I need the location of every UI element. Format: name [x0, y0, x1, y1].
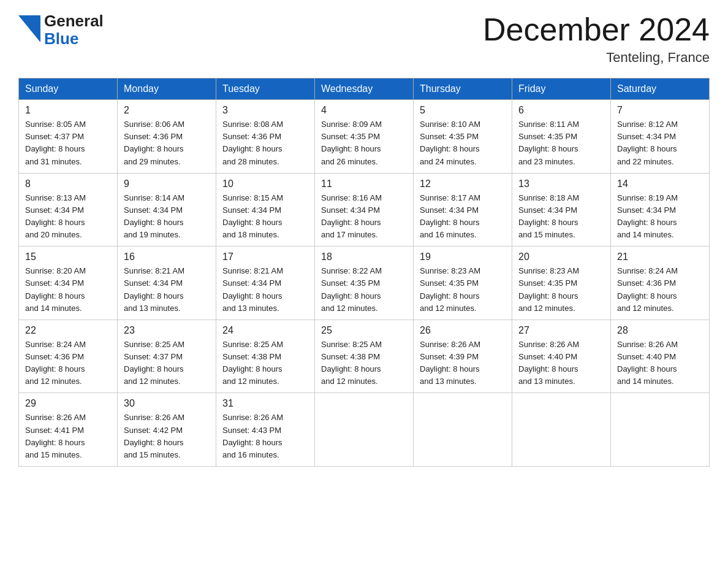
calendar-cell: 11Sunrise: 8:16 AM Sunset: 4:34 PM Dayli… [315, 173, 414, 247]
calendar-header-thursday: Thursday [414, 79, 512, 100]
day-number: 19 [420, 251, 506, 262]
calendar-cell: 8Sunrise: 8:13 AM Sunset: 4:34 PM Daylig… [19, 173, 118, 247]
day-info: Sunrise: 8:06 AM Sunset: 4:36 PM Dayligh… [124, 118, 210, 168]
calendar-cell [512, 393, 611, 467]
calendar-header-wednesday: Wednesday [315, 79, 414, 100]
logo-icon [18, 15, 40, 42]
day-number: 30 [124, 398, 210, 409]
day-info: Sunrise: 8:18 AM Sunset: 4:34 PM Dayligh… [518, 192, 604, 242]
calendar-header-row: SundayMondayTuesdayWednesdayThursdayFrid… [19, 79, 710, 100]
calendar-cell: 19Sunrise: 8:23 AM Sunset: 4:35 PM Dayli… [414, 247, 512, 320]
day-info: Sunrise: 8:13 AM Sunset: 4:34 PM Dayligh… [25, 192, 111, 242]
day-number: 15 [25, 251, 111, 262]
day-number: 10 [222, 178, 308, 190]
calendar-cell: 17Sunrise: 8:21 AM Sunset: 4:34 PM Dayli… [216, 247, 315, 320]
calendar-cell: 14Sunrise: 8:19 AM Sunset: 4:34 PM Dayli… [611, 173, 710, 247]
calendar-cell [315, 393, 414, 467]
day-info: Sunrise: 8:25 AM Sunset: 4:38 PM Dayligh… [222, 339, 308, 388]
calendar-cell: 4Sunrise: 8:09 AM Sunset: 4:35 PM Daylig… [315, 100, 414, 174]
calendar-header-sunday: Sunday [19, 79, 118, 100]
day-number: 1 [25, 105, 111, 116]
calendar-cell: 9Sunrise: 8:14 AM Sunset: 4:34 PM Daylig… [118, 173, 216, 247]
calendar-cell: 13Sunrise: 8:18 AM Sunset: 4:34 PM Dayli… [512, 173, 611, 247]
day-info: Sunrise: 8:26 AM Sunset: 4:42 PM Dayligh… [124, 412, 210, 461]
calendar-week-row: 15Sunrise: 8:20 AM Sunset: 4:34 PM Dayli… [19, 247, 710, 320]
logo-line1: General [44, 12, 104, 30]
calendar-cell: 29Sunrise: 8:26 AM Sunset: 4:41 PM Dayli… [19, 393, 118, 467]
day-info: Sunrise: 8:25 AM Sunset: 4:38 PM Dayligh… [321, 339, 407, 388]
day-number: 31 [222, 398, 308, 409]
day-info: Sunrise: 8:26 AM Sunset: 4:41 PM Dayligh… [25, 412, 111, 461]
day-info: Sunrise: 8:23 AM Sunset: 4:35 PM Dayligh… [518, 265, 604, 315]
calendar-cell: 6Sunrise: 8:11 AM Sunset: 4:35 PM Daylig… [512, 100, 611, 174]
calendar-week-row: 22Sunrise: 8:24 AM Sunset: 4:36 PM Dayli… [19, 320, 710, 393]
day-info: Sunrise: 8:20 AM Sunset: 4:34 PM Dayligh… [25, 265, 111, 315]
day-info: Sunrise: 8:12 AM Sunset: 4:34 PM Dayligh… [617, 118, 703, 168]
day-number: 12 [420, 178, 506, 190]
logo-text: General Blue [44, 12, 104, 47]
calendar-cell: 18Sunrise: 8:22 AM Sunset: 4:35 PM Dayli… [315, 247, 414, 320]
calendar-cell: 16Sunrise: 8:21 AM Sunset: 4:34 PM Dayli… [118, 247, 216, 320]
day-number: 20 [518, 251, 604, 262]
day-number: 13 [518, 178, 604, 190]
calendar-cell: 23Sunrise: 8:25 AM Sunset: 4:37 PM Dayli… [118, 320, 216, 393]
calendar-cell [414, 393, 512, 467]
day-info: Sunrise: 8:26 AM Sunset: 4:39 PM Dayligh… [420, 339, 506, 388]
day-number: 14 [617, 178, 703, 190]
calendar-cell: 26Sunrise: 8:26 AM Sunset: 4:39 PM Dayli… [414, 320, 512, 393]
day-info: Sunrise: 8:24 AM Sunset: 4:36 PM Dayligh… [617, 265, 703, 315]
day-number: 8 [25, 178, 111, 190]
calendar-cell: 27Sunrise: 8:26 AM Sunset: 4:40 PM Dayli… [512, 320, 611, 393]
calendar-cell: 3Sunrise: 8:08 AM Sunset: 4:36 PM Daylig… [216, 100, 315, 174]
calendar-cell: 20Sunrise: 8:23 AM Sunset: 4:35 PM Dayli… [512, 247, 611, 320]
calendar-cell: 12Sunrise: 8:17 AM Sunset: 4:34 PM Dayli… [414, 173, 512, 247]
calendar-cell: 25Sunrise: 8:25 AM Sunset: 4:38 PM Dayli… [315, 320, 414, 393]
day-info: Sunrise: 8:26 AM Sunset: 4:43 PM Dayligh… [222, 412, 308, 461]
page-header: General Blue December 2024 Tenteling, Fr… [18, 12, 710, 66]
day-number: 7 [617, 105, 703, 116]
calendar-cell: 2Sunrise: 8:06 AM Sunset: 4:36 PM Daylig… [118, 100, 216, 174]
calendar-header-monday: Monday [118, 79, 216, 100]
day-info: Sunrise: 8:14 AM Sunset: 4:34 PM Dayligh… [124, 192, 210, 242]
day-info: Sunrise: 8:19 AM Sunset: 4:34 PM Dayligh… [617, 192, 703, 242]
day-number: 9 [124, 178, 210, 190]
day-number: 3 [222, 105, 308, 116]
day-info: Sunrise: 8:22 AM Sunset: 4:35 PM Dayligh… [321, 265, 407, 315]
location-title: Tenteling, France [483, 50, 710, 66]
calendar-cell: 31Sunrise: 8:26 AM Sunset: 4:43 PM Dayli… [216, 393, 315, 467]
logo: General Blue [18, 12, 104, 47]
logo-line2: Blue [44, 30, 104, 48]
month-title: December 2024 [483, 12, 710, 47]
calendar-cell: 5Sunrise: 8:10 AM Sunset: 4:35 PM Daylig… [414, 100, 512, 174]
day-number: 25 [321, 325, 407, 336]
calendar-table: SundayMondayTuesdayWednesdayThursdayFrid… [18, 78, 710, 467]
day-number: 17 [222, 251, 308, 262]
calendar-week-row: 8Sunrise: 8:13 AM Sunset: 4:34 PM Daylig… [19, 173, 710, 247]
day-number: 23 [124, 325, 210, 336]
day-info: Sunrise: 8:24 AM Sunset: 4:36 PM Dayligh… [25, 339, 111, 388]
day-info: Sunrise: 8:17 AM Sunset: 4:34 PM Dayligh… [420, 192, 506, 242]
day-info: Sunrise: 8:09 AM Sunset: 4:35 PM Dayligh… [321, 118, 407, 168]
day-number: 24 [222, 325, 308, 336]
calendar-cell: 1Sunrise: 8:05 AM Sunset: 4:37 PM Daylig… [19, 100, 118, 174]
calendar-cell: 10Sunrise: 8:15 AM Sunset: 4:34 PM Dayli… [216, 173, 315, 247]
day-info: Sunrise: 8:23 AM Sunset: 4:35 PM Dayligh… [420, 265, 506, 315]
day-number: 16 [124, 251, 210, 262]
calendar-cell [611, 393, 710, 467]
day-number: 18 [321, 251, 407, 262]
calendar-cell: 30Sunrise: 8:26 AM Sunset: 4:42 PM Dayli… [118, 393, 216, 467]
calendar-cell: 22Sunrise: 8:24 AM Sunset: 4:36 PM Dayli… [19, 320, 118, 393]
day-info: Sunrise: 8:05 AM Sunset: 4:37 PM Dayligh… [25, 118, 111, 168]
calendar-cell: 21Sunrise: 8:24 AM Sunset: 4:36 PM Dayli… [611, 247, 710, 320]
calendar-week-row: 29Sunrise: 8:26 AM Sunset: 4:41 PM Dayli… [19, 393, 710, 467]
calendar-week-row: 1Sunrise: 8:05 AM Sunset: 4:37 PM Daylig… [19, 100, 710, 174]
day-number: 11 [321, 178, 407, 190]
day-number: 29 [25, 398, 111, 409]
title-area: December 2024 Tenteling, France [483, 12, 710, 66]
day-number: 21 [617, 251, 703, 262]
calendar-cell: 15Sunrise: 8:20 AM Sunset: 4:34 PM Dayli… [19, 247, 118, 320]
calendar-header-tuesday: Tuesday [216, 79, 315, 100]
day-number: 28 [617, 325, 703, 336]
day-info: Sunrise: 8:25 AM Sunset: 4:37 PM Dayligh… [124, 339, 210, 388]
calendar-cell: 24Sunrise: 8:25 AM Sunset: 4:38 PM Dayli… [216, 320, 315, 393]
